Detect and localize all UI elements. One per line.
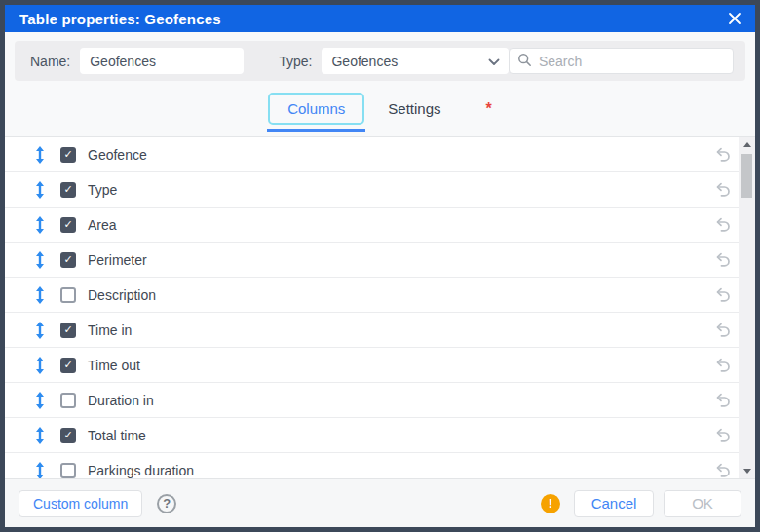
scroll-down-icon[interactable]: [739, 464, 755, 478]
column-label: Description: [88, 287, 156, 303]
column-row: ✓ Area: [5, 208, 739, 243]
help-icon[interactable]: ?: [157, 494, 176, 513]
column-checkbox[interactable]: ✓: [60, 358, 76, 373]
reset-column-icon[interactable]: [714, 251, 732, 269]
drag-handle-icon[interactable]: [34, 392, 46, 409]
column-row: ✓ Time in: [5, 313, 739, 348]
column-row: ✓ Time out: [5, 348, 739, 383]
required-asterisk: *: [485, 100, 491, 118]
type-select[interactable]: Geofences: [322, 48, 508, 74]
tab-bar: Columns Settings *: [5, 81, 755, 136]
drag-handle-icon[interactable]: [34, 286, 46, 304]
type-selected-value: Geofences: [331, 54, 487, 69]
column-label: Parkings duration: [88, 463, 194, 478]
ok-button: OK: [664, 490, 741, 517]
reset-column-icon[interactable]: [714, 357, 732, 374]
search-input[interactable]: [539, 54, 725, 69]
column-checkbox[interactable]: [60, 463, 76, 478]
column-row: ✓ Total time: [5, 418, 739, 453]
scroll-up-icon[interactable]: [739, 137, 755, 152]
reset-column-icon[interactable]: [714, 427, 732, 444]
column-label: Time in: [88, 323, 132, 338]
dialog-title: Table properties: Geofences: [19, 11, 221, 27]
drag-handle-icon[interactable]: [34, 251, 46, 269]
column-checkbox[interactable]: ✓: [60, 252, 76, 268]
column-checkbox[interactable]: [60, 393, 76, 408]
column-row: ✓ Type: [5, 172, 739, 208]
active-tab-underline: [267, 129, 365, 132]
scrollbar[interactable]: [739, 137, 755, 478]
column-row: Description: [5, 278, 739, 313]
tab-columns[interactable]: Columns: [268, 93, 364, 125]
column-checkbox[interactable]: [60, 287, 76, 303]
warning-icon: !: [541, 494, 560, 513]
properties-header: Name: Type: Geofences: [15, 41, 745, 81]
column-checkbox[interactable]: ✓: [60, 428, 76, 443]
drag-handle-icon[interactable]: [34, 181, 46, 199]
drag-handle-icon[interactable]: [34, 427, 46, 444]
column-row: Duration in: [5, 383, 739, 418]
column-checkbox[interactable]: ✓: [60, 323, 76, 338]
type-label: Type:: [279, 54, 312, 69]
reset-column-icon[interactable]: [714, 146, 732, 164]
chevron-down-icon: [488, 54, 500, 69]
column-label: Total time: [88, 428, 146, 443]
reset-column-icon[interactable]: [714, 392, 732, 409]
name-label: Name:: [30, 54, 70, 69]
close-icon[interactable]: [726, 10, 743, 27]
tab-settings[interactable]: Settings: [388, 100, 440, 117]
dialog-titlebar: Table properties: Geofences: [5, 5, 755, 32]
column-list-wrap: ✓ Geofence ✓ Type ✓ Area: [5, 136, 755, 478]
tab-columns-label: Columns: [287, 100, 345, 117]
column-label: Time out: [88, 358, 140, 373]
drag-handle-icon[interactable]: [34, 216, 46, 234]
drag-handle-icon[interactable]: [34, 357, 46, 374]
column-label: Area: [88, 217, 117, 233]
name-input[interactable]: [80, 48, 244, 74]
column-checkbox[interactable]: ✓: [60, 217, 76, 233]
column-label: Duration in: [88, 393, 154, 408]
search-box: [509, 48, 734, 74]
column-row: ✓ Geofence: [5, 137, 739, 172]
custom-column-button[interactable]: Custom column: [19, 490, 142, 517]
column-list: ✓ Geofence ✓ Type ✓ Area: [5, 137, 739, 478]
dialog-footer: Custom column ? ! Cancel OK: [5, 478, 755, 527]
column-checkbox[interactable]: ✓: [60, 182, 76, 198]
table-properties-dialog: Table properties: Geofences Name: Type: …: [0, 0, 760, 532]
reset-column-icon[interactable]: [714, 322, 732, 339]
reset-column-icon[interactable]: [714, 462, 732, 479]
column-label: Geofence: [88, 147, 147, 163]
column-label: Perimeter: [88, 252, 147, 268]
cancel-button[interactable]: Cancel: [574, 490, 654, 517]
drag-handle-icon[interactable]: [34, 146, 46, 164]
drag-handle-icon[interactable]: [34, 462, 46, 479]
scrollbar-thumb[interactable]: [741, 154, 752, 198]
column-row: ✓ Perimeter: [5, 243, 739, 278]
column-checkbox[interactable]: ✓: [60, 147, 76, 163]
column-label: Type: [88, 182, 117, 198]
reset-column-icon[interactable]: [714, 286, 732, 304]
reset-column-icon[interactable]: [714, 181, 732, 199]
column-row: Parkings duration: [5, 453, 739, 478]
drag-handle-icon[interactable]: [34, 322, 46, 339]
tab-settings-label: Settings: [388, 100, 440, 117]
reset-column-icon[interactable]: [714, 216, 732, 234]
search-icon: [517, 53, 532, 70]
